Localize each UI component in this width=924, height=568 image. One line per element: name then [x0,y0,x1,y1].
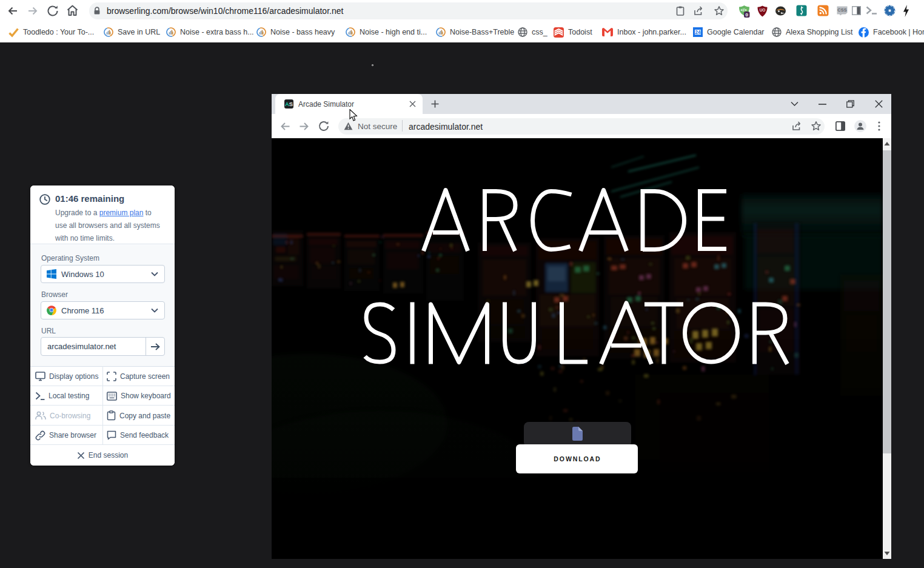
svg-text:0: 0 [746,12,749,18]
svg-text:</>: </> [740,8,746,12]
svg-text:CSS: CSS [837,7,846,13]
svg-text:24: 24 [695,29,701,35]
svg-text:UO: UO [760,8,766,12]
